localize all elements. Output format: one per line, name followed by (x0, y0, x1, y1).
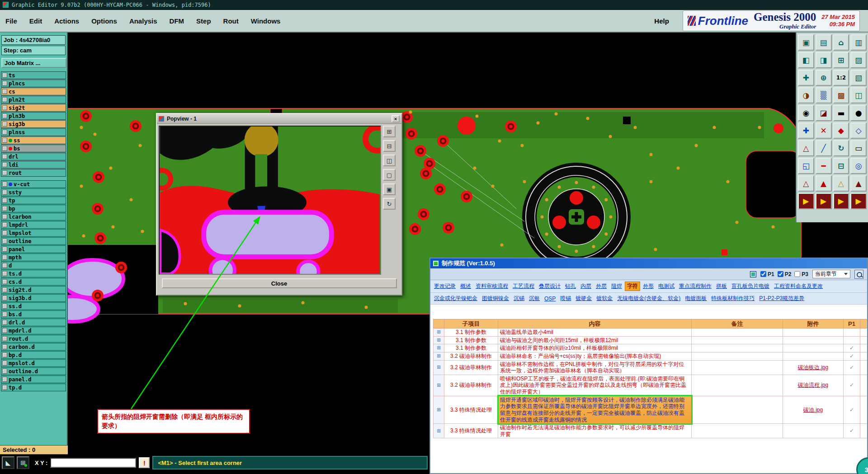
tab-沉锡[interactable]: 沉锡 (512, 294, 526, 303)
tab-OSP[interactable]: OSP (542, 295, 557, 302)
layer-toggle[interactable] (2, 304, 7, 309)
close-icon[interactable]: × (392, 115, 400, 122)
layer-toggle[interactable] (2, 377, 7, 382)
layer-row-lmpdrl[interactable]: lmpdrl (1, 221, 66, 229)
filter-checkbox-p1[interactable] (760, 271, 766, 277)
layer-toggle[interactable] (2, 222, 7, 227)
layer-toggle[interactable] (2, 138, 7, 143)
tab-特殊板材制作技巧[interactable]: 特殊板材制作技巧 (709, 294, 756, 303)
layer-toggle[interactable] (2, 287, 7, 292)
menu-actions[interactable]: Actions (54, 17, 79, 25)
tab-叠层设计[interactable]: 叠层设计 (537, 282, 562, 291)
zoom-ratio-icon[interactable]: 1:2 (833, 70, 849, 86)
layer-toggle[interactable] (2, 162, 7, 167)
triangle-filled-icon[interactable]: ▲ (816, 175, 832, 192)
attachment-link[interactable]: 碳油板边.jpg (798, 364, 828, 371)
tab-喷锡[interactable]: 喷锡 (558, 294, 573, 303)
layer-toggle[interactable] (2, 170, 7, 175)
layer-toggle[interactable] (2, 312, 7, 317)
row-expand-icon[interactable]: ⊞ (434, 375, 444, 396)
layer-row-d[interactable]: d (1, 262, 66, 269)
line-tool-icon[interactable]: ╱ (816, 140, 832, 156)
tab-电测试[interactable]: 电测试 (656, 282, 676, 291)
filter-checkbox-p3[interactable] (794, 271, 800, 277)
tab-无镍电镀金(含硬金、软金)[interactable]: 无镍电镀金(含硬金、软金) (615, 294, 682, 303)
layer-toggle[interactable] (2, 105, 7, 110)
filter-p2[interactable]: P2 (778, 271, 792, 277)
row-p1-check[interactable]: ✓ (844, 396, 860, 424)
add-icon[interactable]: ✚ (798, 122, 814, 139)
tab-拼板[interactable]: 拼板 (714, 282, 729, 291)
layer-toggle[interactable] (2, 320, 7, 325)
popview-frame-icon[interactable]: ▢ (383, 169, 396, 181)
layer-row-ts.d[interactable]: ts.d (1, 270, 66, 277)
popview-split-icon[interactable]: ◫ (383, 155, 396, 166)
menu-dfm[interactable]: DFM (170, 17, 184, 25)
triangle-alt-icon[interactable]: △ (833, 175, 849, 192)
popview-close-button[interactable]: Close (162, 278, 397, 288)
layer-row-tp.d[interactable]: tp.d (1, 384, 66, 391)
row-expand-icon[interactable]: ⊞ (434, 352, 444, 360)
layer-toggle[interactable] (2, 344, 7, 349)
layer-row-panel[interactable]: panel (1, 245, 66, 253)
layer-toggle[interactable] (2, 263, 7, 268)
row-p1-check[interactable] (844, 336, 860, 344)
layer-row-lmpslot[interactable]: lmpslot (1, 229, 66, 237)
dot-icon[interactable]: ● (850, 105, 867, 121)
row-expand-icon[interactable]: ⊞ (434, 424, 444, 438)
pan-right-icon[interactable]: ◨ (816, 52, 832, 68)
row-p1-check[interactable]: ✓ (844, 360, 860, 375)
layer-row-plnss[interactable]: plnss (1, 128, 66, 136)
layer-row-drl[interactable]: drl (1, 153, 66, 160)
tab-图镀铜镍金[interactable]: 图镀铜镍金 (480, 294, 511, 303)
tab-镀软金[interactable]: 镀软金 (594, 294, 614, 303)
layer-toggle[interactable] (2, 97, 7, 102)
tab-概述[interactable]: 概述 (458, 282, 473, 291)
layer-toggle[interactable] (2, 89, 7, 94)
layer-row-bs[interactable]: bs (1, 145, 66, 152)
layer-toggle[interactable] (2, 385, 7, 390)
alert-icon[interactable]: ! (139, 457, 150, 468)
filter-checkbox-p2[interactable] (778, 271, 783, 277)
layer-toggle[interactable] (2, 230, 7, 235)
search-icon[interactable] (854, 270, 863, 279)
graph-icon[interactable]: ◪ (816, 105, 832, 121)
layer-row-sig2t.d[interactable]: sig2t.d (1, 286, 66, 294)
layer-row-ss[interactable]: ss (1, 136, 66, 144)
layer-toggle[interactable] (2, 255, 7, 260)
cursor-arrow-icon-3[interactable]: ▶ (833, 193, 849, 209)
layer-row-bp.d[interactable]: bp.d (1, 351, 66, 359)
layer-toggle[interactable] (2, 122, 7, 127)
layer-toggle[interactable] (2, 279, 7, 284)
select-mode-icon[interactable]: ◣ (2, 456, 14, 469)
layer-row-plncs[interactable]: plncs (1, 80, 66, 87)
layer-row-tp[interactable]: tp (1, 197, 66, 204)
tile-view-icon[interactable]: ⊞ (833, 52, 849, 68)
tab-内层[interactable]: 内层 (579, 282, 593, 291)
layer-toggle[interactable] (2, 352, 7, 357)
tab-工程资料命名及更改[interactable]: 工程资料命名及更改 (772, 282, 825, 291)
cursor-arrow-icon-2[interactable]: ▶ (816, 193, 832, 209)
zoom-prev-icon[interactable]: ▧ (850, 70, 867, 86)
tab-阻焊[interactable]: 阻焊 (609, 282, 624, 291)
layer-row-mpth[interactable]: mpth (1, 253, 66, 261)
layer-toggle[interactable] (2, 214, 7, 219)
layer-row-carbon.d[interactable]: carbon.d (1, 343, 66, 351)
layer-toggle[interactable] (2, 296, 7, 300)
view-screen-icon[interactable]: ▣ (798, 34, 814, 51)
pan-left-icon[interactable]: ◧ (798, 52, 814, 68)
row-expand-icon[interactable]: ⊞ (434, 396, 444, 424)
row-p1-check[interactable]: ✓ (844, 344, 860, 352)
tab-更改记录[interactable]: 更改记录 (432, 282, 458, 291)
row-expand-icon[interactable]: ⊞ (434, 344, 444, 352)
dense-grid-icon[interactable]: ▩ (833, 87, 849, 103)
target-icon[interactable]: ◉ (798, 105, 814, 121)
crosshair-icon[interactable]: ✚ (798, 70, 814, 86)
layer-row-pln3b[interactable]: pln3b (1, 112, 66, 120)
tab-工艺流程[interactable]: 工艺流程 (511, 282, 536, 291)
layer-row-lcarbon[interactable]: lcarbon (1, 213, 66, 221)
layer-row-outline[interactable]: outline (1, 237, 66, 245)
row-p1-check[interactable]: ✓ (844, 424, 860, 438)
layer-toggle[interactable] (2, 81, 7, 86)
popview-canvas[interactable] (159, 126, 381, 275)
